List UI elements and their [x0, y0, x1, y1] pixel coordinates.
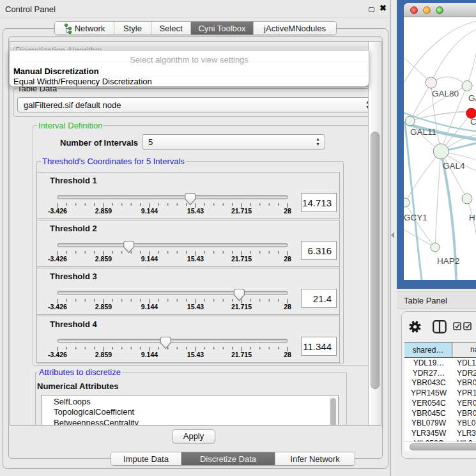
- svg-text:GA: GA: [468, 93, 476, 103]
- svg-text:2.859: 2.859: [95, 351, 112, 358]
- svg-text:GAL11: GAL11: [410, 127, 436, 137]
- svg-text:GAL4: GAL4: [443, 161, 465, 171]
- svg-text:28: 28: [284, 207, 291, 215]
- svg-text:15.43: 15.43: [187, 255, 204, 263]
- svg-text:-3.426: -3.426: [48, 351, 67, 358]
- svg-text:9.144: 9.144: [141, 255, 158, 263]
- svg-text:2.859: 2.859: [95, 255, 112, 263]
- svg-text:28: 28: [284, 351, 291, 358]
- svg-text:GCY1: GCY1: [404, 213, 427, 222]
- svg-text:-3.426: -3.426: [48, 207, 67, 215]
- svg-text:28: 28: [284, 255, 291, 263]
- svg-text:2.859: 2.859: [95, 303, 112, 311]
- svg-text:15.43: 15.43: [187, 351, 204, 358]
- svg-text:21.715: 21.715: [231, 255, 252, 263]
- svg-text:21.715: 21.715: [231, 303, 252, 311]
- svg-text:28: 28: [284, 303, 291, 311]
- svg-text:H: H: [469, 213, 475, 222]
- svg-text:HAP2: HAP2: [437, 256, 459, 266]
- svg-text:C: C: [470, 117, 476, 127]
- svg-text:-3.426: -3.426: [48, 255, 67, 263]
- svg-text:15.43: 15.43: [187, 303, 204, 311]
- svg-text:9.144: 9.144: [141, 303, 158, 311]
- svg-text:9.144: 9.144: [141, 207, 158, 215]
- svg-text:GAL80: GAL80: [432, 89, 459, 98]
- svg-text:9.144: 9.144: [141, 351, 158, 358]
- svg-text:21.715: 21.715: [231, 207, 252, 215]
- svg-text:2.859: 2.859: [95, 207, 112, 215]
- svg-text:21.715: 21.715: [231, 351, 252, 358]
- svg-text:-3.426: -3.426: [48, 303, 67, 311]
- svg-text:15.43: 15.43: [187, 207, 204, 215]
